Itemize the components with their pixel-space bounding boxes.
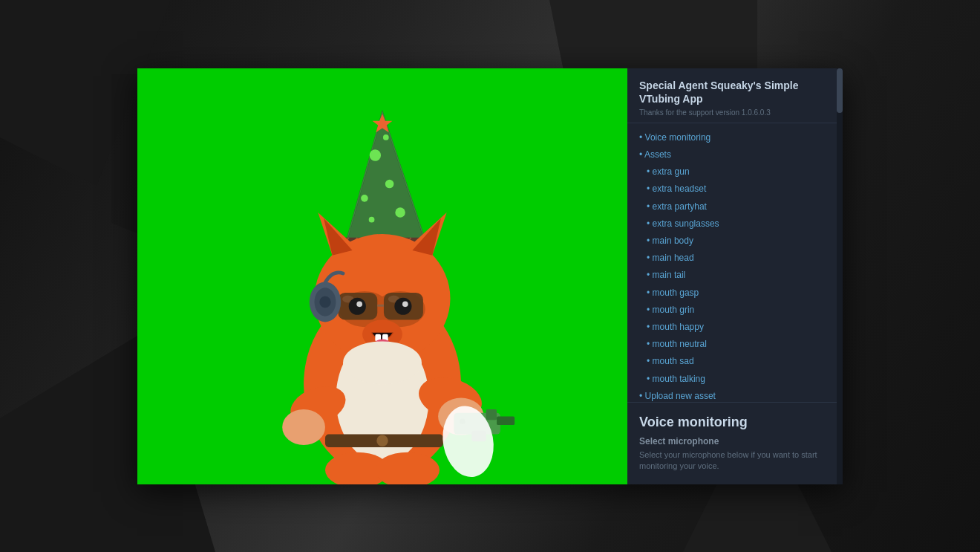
section-title: Voice monitoring	[639, 415, 831, 430]
nav-item[interactable]: Assets	[627, 146, 843, 163]
svg-point-4	[361, 195, 368, 202]
nav-item[interactable]: extra gun	[627, 163, 843, 181]
nav-item[interactable]: mouth grin	[627, 302, 843, 319]
right-panel: Special Agent Squeaky's Simple VTubing A…	[627, 68, 843, 484]
svg-point-5	[395, 207, 405, 217]
nav-item[interactable]: Voice monitoring	[627, 129, 843, 146]
nav-item[interactable]: mouth neutral	[627, 336, 843, 353]
fox-character	[226, 98, 538, 484]
nav-item[interactable]: Upload new asset	[627, 388, 843, 402]
nav-item[interactable]: main head	[627, 250, 843, 267]
nav-item[interactable]: mouth sad	[627, 353, 843, 370]
svg-point-3	[385, 179, 394, 188]
svg-point-42	[319, 296, 330, 307]
svg-point-32	[349, 297, 366, 314]
scrollbar-thumb[interactable]	[837, 68, 843, 113]
panel-header: Special Agent Squeaky's Simple VTubing A…	[627, 68, 843, 123]
nav-item[interactable]: extra sunglasses	[627, 215, 843, 233]
nav-item[interactable]: mouth talking	[627, 371, 843, 388]
nav-item[interactable]: main body	[627, 233, 843, 250]
nav-item[interactable]: mouth happy	[627, 319, 843, 336]
nav-item[interactable]: mouth gasp	[627, 285, 843, 302]
svg-marker-0	[347, 112, 425, 241]
main-container: Special Agent Squeaky's Simple VTubing A…	[137, 68, 843, 484]
svg-point-7	[383, 134, 389, 140]
nav-item[interactable]: extra headset	[627, 181, 843, 198]
nav-item[interactable]: main tail	[627, 267, 843, 284]
svg-point-2	[370, 149, 381, 160]
app-version: Thanks for the support version 1.0.6.0.3	[639, 108, 831, 117]
svg-point-6	[369, 216, 375, 222]
nav-item[interactable]: extra partyhat	[627, 198, 843, 215]
svg-point-46	[282, 409, 325, 444]
svg-rect-51	[497, 416, 514, 425]
select-microphone-label: Select microphone	[639, 436, 831, 447]
svg-point-33	[394, 297, 411, 314]
scrollbar-track[interactable]	[837, 68, 843, 484]
svg-rect-49	[486, 409, 497, 419]
navigation-panel[interactable]: Voice monitoringAssetsextra gunextra hea…	[627, 123, 843, 402]
svg-point-34	[356, 301, 362, 307]
svg-point-35	[402, 301, 408, 307]
select-microphone-desc: Select your microphone below if you want…	[639, 449, 831, 473]
svg-point-54	[376, 435, 388, 446]
preview-area	[137, 68, 627, 484]
svg-point-43	[343, 341, 422, 384]
voice-monitoring-section: Voice monitoring Select microphone Selec…	[627, 402, 843, 484]
app-title: Special Agent Squeaky's Simple VTubing A…	[639, 79, 831, 105]
